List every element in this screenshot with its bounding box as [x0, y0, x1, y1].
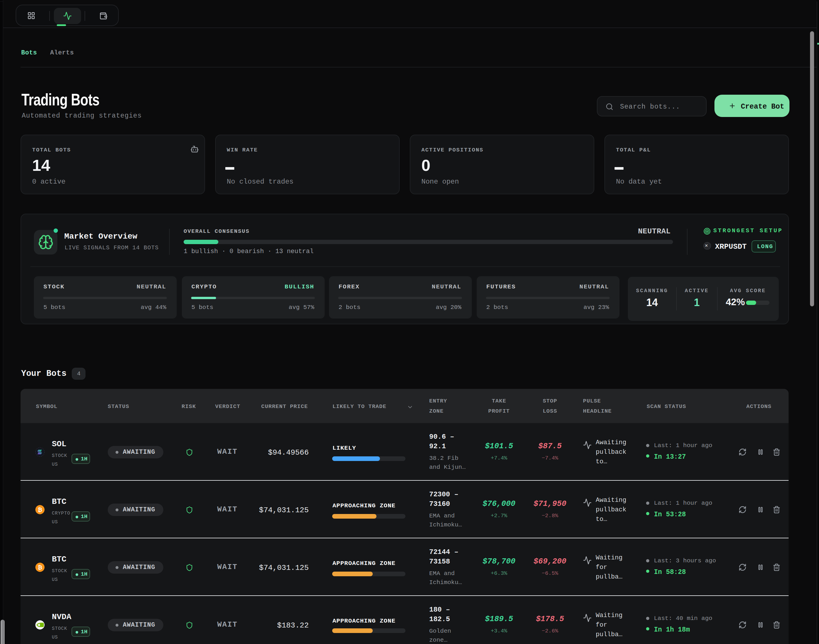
- svg-text:₿: ₿: [38, 564, 42, 570]
- svg-text:₿: ₿: [38, 507, 42, 513]
